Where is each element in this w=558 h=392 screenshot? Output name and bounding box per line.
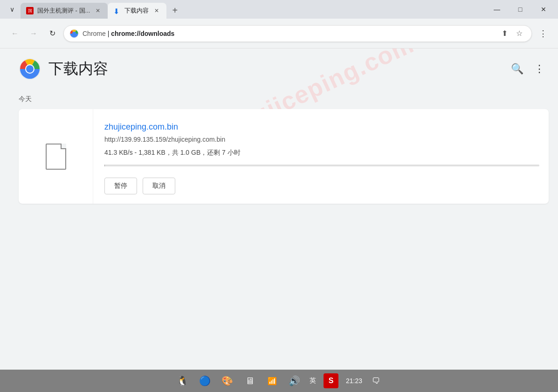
tab-1[interactable]: 国 国外主机测评 - 国... ✕ [21,3,108,19]
progress-bar-container [104,165,539,166]
address-text: Chrome | chrome://downloads [83,30,494,37]
svg-point-2 [72,32,76,35]
close-window-button[interactable]: ✕ [533,2,554,17]
share-button[interactable]: ⬆ [498,27,511,40]
refresh-button[interactable]: ↻ [45,26,60,41]
tabs-area: 国 国外主机测评 - 国... ✕ ⬇ 下载内容 ✕ + [21,0,486,19]
taskbar-time: 21:23 [346,377,362,385]
forward-button[interactable]: → [26,26,41,41]
tab2-title: 下载内容 [124,7,149,15]
bluetooth-icon[interactable]: 🔵 [198,373,213,388]
tab1-close-button[interactable]: ✕ [94,7,102,15]
progress-bar-fill [104,165,105,166]
bookmark-button[interactable]: ☆ [513,27,526,40]
tab2-close-button[interactable]: ✕ [152,7,161,15]
address-bar[interactable]: Chrome | chrome://downloads ⬆ ☆ [63,25,532,42]
progress-text: 41.3 KB/s - 1,381 KB，共 1.0 GB，还剩 7 小时 [104,149,539,157]
minimize-button[interactable]: — [486,2,508,17]
download-info: zhujiceping.com.bin http://139.99.135.15… [93,109,549,204]
window-controls: — □ ✕ [486,2,554,17]
file-icon-fold [61,144,66,149]
address-actions: ⬆ ☆ [498,27,526,40]
file-name-link[interactable]: zhujiceping.com.bin [104,122,539,132]
page-header: 下载内容 🔍 ⋮ [19,58,558,80]
pause-button[interactable]: 暂停 [104,178,137,194]
new-tab-button[interactable]: + [168,4,181,17]
svg-point-5 [26,65,34,73]
tab1-favicon: 国 [26,7,34,14]
title-bar: ∨ 国 国外主机测评 - 国... ✕ ⬇ 下载内容 ✕ + — □ [0,0,558,19]
file-icon [43,142,69,172]
file-url: http://139.99.135.159/zhujiceping.com.bi… [104,136,539,143]
color-icon[interactable]: 🎨 [220,373,235,388]
notification-icon[interactable]: 🗨 [370,374,383,387]
back-button[interactable]: ← [7,26,22,41]
volume-icon[interactable]: 🔊 [287,373,302,388]
page-header-right: 🔍 ⋮ [508,60,549,78]
chevron-btn[interactable]: ∨ [4,2,21,17]
tab1-title: 国外主机测评 - 国... [37,7,90,15]
screen-icon[interactable]: 🖥 [242,373,257,388]
maximize-button[interactable]: □ [510,2,531,17]
page-title: 下载内容 [48,59,108,79]
toolbar-end: ⋮ [536,26,551,41]
cancel-button[interactable]: 取消 [143,178,175,194]
file-icon-area [19,109,93,204]
taskbar: 🐧 🔵 🎨 🖥 📶 🔊 英 S 21:23 🗨 [0,370,558,392]
wifi-icon[interactable]: 📶 [265,373,280,388]
page-content: zhujiceping.com 下载内容 🔍 [0,48,558,370]
card-actions: 暂停 取消 [104,178,539,194]
tab2-download-icon: ⬇ [113,7,121,14]
sogou-icon[interactable]: S [324,373,338,388]
lang-label[interactable]: 英 [310,377,316,385]
search-downloads-button[interactable]: 🔍 [508,60,526,78]
browser-menu-button[interactable]: ⋮ [536,26,551,41]
section-today-label: 今天 [19,95,558,103]
chrome-logo-icon [19,58,41,80]
tab-2[interactable]: ⬇ 下载内容 ✕ [108,3,166,19]
chrome-small-icon [69,29,79,38]
page-header-left: 下载内容 [19,58,108,80]
downloads-menu-button[interactable]: ⋮ [530,60,549,78]
download-card: zhujiceping.com.bin http://139.99.135.15… [19,109,549,204]
toolbar: ← → ↻ Chrome | chrome://downloads ⬆ [0,19,558,48]
qq-icon[interactable]: 🐧 [175,373,190,388]
